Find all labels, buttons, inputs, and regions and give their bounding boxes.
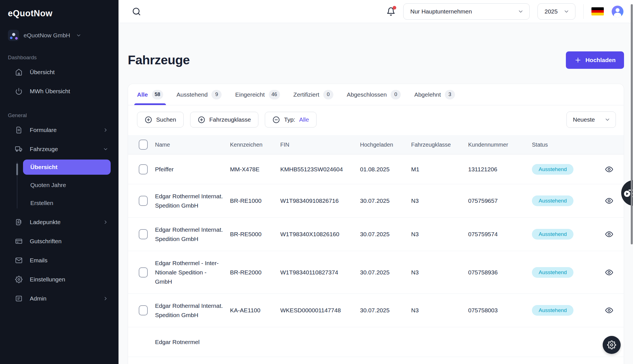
tab-label: Zertifiziert (293, 91, 319, 98)
sidebar-item-label: MWh Übersicht (30, 88, 70, 95)
type-filter-value: Alle (299, 116, 309, 123)
search-filter-label: Suchen (156, 116, 176, 123)
tab-label: Abgelehnt (414, 91, 441, 98)
sidebar-item-einstellungen[interactable]: Einstellungen (8, 272, 111, 287)
company-logo (8, 30, 19, 41)
tab-zertifiziert[interactable]: Zertifiziert 0 (293, 84, 333, 105)
tab-ausstehend[interactable]: Ausstehend 9 (177, 84, 222, 105)
company-selector[interactable]: eQuotNow GmbH (8, 30, 111, 41)
company-filter-dropdown[interactable]: Nur Hauptunternehmen (403, 3, 530, 20)
admin-card-icon (15, 295, 22, 302)
cell-kennzeichen: BR-RE5000 (230, 231, 280, 238)
charging-station-icon (15, 219, 22, 226)
status-badge: Ausstehend (532, 229, 573, 240)
year-value: 2025 (545, 8, 558, 15)
cell-kennzeichen: BR-RE2000 (230, 269, 280, 276)
vehicles-card: Alle 58 Ausstehend 9 Eingereicht 46 Zert… (128, 84, 624, 364)
cell-kundennummer: 075759574 (468, 231, 532, 238)
table-row: Pfeiffer MM-X478E KMHB55123SW024604 01.0… (128, 154, 624, 184)
cell-kundennummer: 131121206 (468, 166, 532, 173)
cell-fin: W1T98340910826716 (280, 197, 360, 204)
cell-fahrzeugklasse: N3 (411, 307, 468, 314)
table-row: Edgar Rothermal Internat. Spedition GmbH… (128, 294, 624, 327)
view-eye-icon[interactable] (604, 165, 615, 173)
mail-icon (15, 257, 22, 264)
home-icon (15, 69, 22, 76)
subnav-item-uebersicht[interactable]: Übersicht (23, 160, 111, 175)
search-icon[interactable] (132, 7, 141, 16)
sidebar-item-label: Einstellungen (30, 276, 65, 283)
chevron-right-icon (103, 127, 108, 133)
subnav-item-erstellen[interactable]: Erstellen (23, 195, 111, 211)
tab-abgelehnt[interactable]: Abgelehnt 3 (414, 84, 455, 105)
subnav-scroll-thumb (16, 163, 18, 175)
company-filter-value: Nur Hauptunternehmen (410, 8, 472, 15)
cell-name: Edgar Rothermel Internat. Spedition GmbH (155, 225, 226, 244)
tab-abgeschlossen[interactable]: Abgeschlossen 0 (347, 84, 401, 105)
sort-dropdown[interactable]: Neueste (566, 112, 616, 128)
row-checkbox[interactable] (139, 229, 148, 239)
sidebar-item-emails[interactable]: Emails (8, 253, 111, 268)
subnav-item-quoten-jahre[interactable]: Quoten Jahre (23, 178, 111, 193)
sidebar-item-formulare[interactable]: Formulare (8, 122, 111, 138)
view-eye-icon[interactable] (604, 230, 615, 238)
tab-eingereicht[interactable]: Eingereicht 46 (235, 84, 280, 105)
sidebar-item-label: Emails (30, 257, 47, 264)
year-dropdown[interactable]: 2025 (538, 3, 575, 20)
cell-fahrzeugklasse: N3 (411, 197, 468, 204)
notification-bell-icon[interactable] (386, 7, 395, 16)
scrollbar-thumb[interactable] (631, 4, 633, 244)
sidebar-item-ladepunkte[interactable]: Ladepunkte (8, 215, 111, 230)
sidebar-item-fahrzeuge[interactable]: Fahrzeuge (8, 142, 111, 157)
view-eye-icon[interactable] (604, 269, 615, 276)
sidebar-item-uebersicht[interactable]: Übersicht (8, 65, 111, 80)
app-logo: eQuotNow (8, 8, 111, 19)
row-checkbox[interactable] (139, 164, 148, 174)
chevron-down-icon (103, 146, 108, 152)
cell-hochgeladen: 01.08.2025 (360, 166, 411, 173)
search-filter-button[interactable]: Suchen (137, 112, 184, 128)
upload-button-label: Hochladen (586, 57, 616, 63)
page-title: Fahrzeuge (128, 53, 190, 67)
upload-button[interactable]: Hochladen (566, 51, 624, 69)
main-content: Fahrzeuge Hochladen Alle 58 Ausstehend 9… (119, 23, 633, 364)
cell-fahrzeugklasse: N3 (411, 269, 468, 276)
tab-alle[interactable]: Alle 58 (137, 84, 163, 105)
column-header-hochgeladen: Hochgeladen (360, 142, 411, 148)
view-eye-icon[interactable] (604, 306, 615, 314)
chevron-down-icon (563, 8, 570, 15)
cell-kundennummer: 075758003 (468, 307, 532, 314)
sidebar-item-gutschriften[interactable]: Gutschriften (8, 234, 111, 249)
sidebar-item-mwh-uebersicht[interactable]: MWh Übersicht (8, 84, 111, 99)
truck-icon (15, 145, 22, 153)
status-badge: Ausstehend (532, 195, 573, 206)
chevron-right-icon (103, 219, 108, 225)
type-filter-button[interactable]: Typ: Alle (265, 112, 316, 128)
cell-name: Edgar Rotnermel (155, 337, 226, 347)
chevron-down-icon (76, 33, 81, 38)
vehicle-class-filter-button[interactable]: Fahrzeugklasse (190, 112, 258, 128)
cell-kundennummer: 075759657 (468, 197, 532, 204)
row-checkbox[interactable] (139, 305, 148, 315)
sidebar-item-label: Fahrzeuge (30, 146, 58, 153)
view-eye-icon[interactable] (604, 197, 615, 205)
select-all-checkbox[interactable] (139, 140, 148, 150)
sidebar-item-admin[interactable]: Admin (8, 291, 111, 306)
column-header-fahrzeugklasse: Fahrzeugklasse (411, 142, 468, 148)
table-header: Name Kennzeichen FIN Hochgeladen Fahrzeu… (128, 135, 624, 154)
status-badge: Ausstehend (532, 164, 573, 175)
status-badge: Ausstehend (532, 267, 573, 278)
play-circle-icon (624, 191, 630, 197)
sidebar: eQuotNow eQuotNow GmbH Dashboards Übersi… (0, 0, 119, 364)
cell-fahrzeugklasse: M1 (411, 166, 468, 173)
floating-settings-button[interactable] (603, 336, 621, 354)
gear-icon (607, 340, 616, 349)
cell-name: Edgar Rothermel Internat. Spedition GmbH (155, 192, 226, 210)
cell-fin: W1T98340110827374 (280, 269, 360, 276)
user-avatar[interactable] (612, 6, 623, 17)
row-checkbox[interactable] (139, 196, 148, 206)
table-row: Edgar Rothermel Internat. Spedition GmbH… (128, 184, 624, 218)
german-flag-language-icon[interactable] (591, 7, 604, 15)
row-checkbox[interactable] (139, 267, 148, 277)
chevron-right-icon (103, 296, 108, 301)
